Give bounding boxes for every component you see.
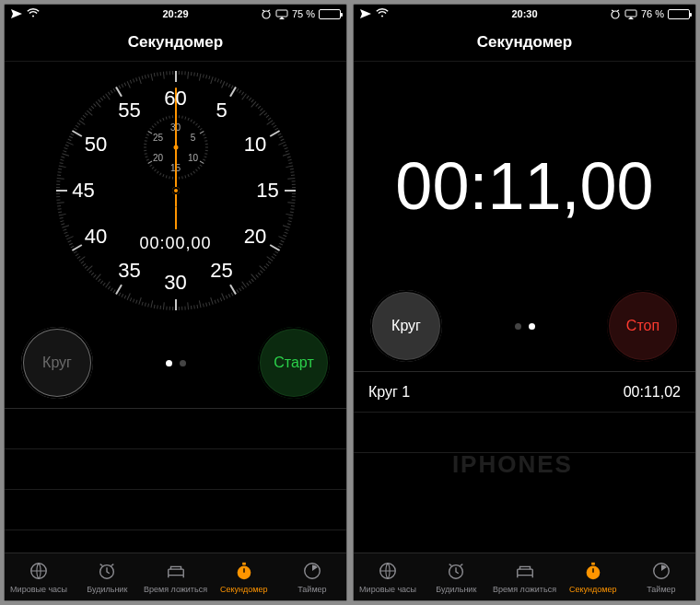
tick	[102, 283, 105, 286]
page-title: Секундомер	[354, 23, 695, 62]
tick	[64, 235, 68, 237]
battery-icon	[668, 9, 690, 19]
tick	[60, 159, 64, 161]
controls-row: Круг Старт	[5, 320, 346, 408]
tick	[181, 307, 182, 310]
tick	[112, 88, 115, 92]
tick	[225, 82, 228, 86]
tick	[58, 211, 62, 213]
tick	[57, 175, 61, 177]
stop-button[interactable]: Стоп	[607, 290, 679, 362]
tick	[277, 134, 281, 136]
page-title: Секундомер	[5, 23, 346, 62]
subdial-number: 20	[153, 153, 163, 163]
subdial-number: 10	[188, 153, 198, 163]
battery-icon	[319, 9, 341, 19]
tick	[267, 117, 271, 120]
tick	[230, 292, 233, 296]
laps-list[interactable]: . . .	[5, 408, 346, 530]
tick	[60, 220, 64, 222]
tick	[279, 136, 283, 139]
tick	[205, 75, 207, 78]
lap-row[interactable]: Круг 1 00:11,02	[354, 372, 695, 413]
page-indicator[interactable]	[515, 323, 535, 330]
bed-icon	[514, 561, 536, 583]
wifi-icon	[376, 8, 389, 19]
tick	[267, 261, 271, 263]
tick	[193, 305, 195, 308]
tick	[63, 150, 66, 152]
lap-button[interactable]: Круг	[370, 290, 442, 362]
tab-alarm[interactable]: Будильник	[73, 561, 141, 594]
tick	[239, 90, 241, 94]
tick	[93, 103, 96, 107]
tab-world-clock[interactable]: Мировые часы	[354, 561, 422, 594]
alarm-clock-icon	[445, 561, 467, 583]
svg-point-13	[586, 565, 600, 579]
tick	[135, 300, 137, 304]
tick	[282, 225, 289, 227]
tick	[289, 211, 293, 213]
tick	[283, 145, 286, 146]
tick	[84, 265, 88, 268]
face-number: 50	[85, 133, 107, 157]
subdial-number: 5	[191, 133, 196, 143]
tick	[132, 78, 134, 82]
tick	[248, 281, 251, 285]
tick	[61, 157, 64, 158]
tick	[162, 302, 164, 309]
stopwatch-icon	[233, 561, 255, 583]
svg-rect-6	[242, 562, 246, 564]
tab-timer[interactable]: Таймер	[278, 561, 346, 594]
tick	[62, 225, 69, 227]
tick	[255, 274, 258, 278]
tab-world-clock[interactable]: Мировые часы	[5, 561, 73, 594]
globe-icon	[377, 561, 399, 583]
tick	[123, 82, 126, 86]
stopwatch-analog-face[interactable]: 30510152025 00:00,00 6051015202530354045…	[5, 62, 346, 320]
tick	[66, 236, 74, 239]
tick	[67, 139, 71, 142]
tick	[162, 72, 164, 79]
page-indicator[interactable]	[166, 360, 186, 366]
alarm-icon	[610, 8, 621, 19]
tick	[278, 236, 286, 239]
tick	[239, 287, 241, 291]
start-button[interactable]: Старт	[258, 327, 330, 399]
laps-list[interactable]: Круг 1 00:11,02 .	[354, 371, 695, 453]
tick	[150, 300, 153, 308]
tick	[196, 305, 198, 308]
tab-label: Таймер	[298, 585, 326, 594]
tick	[56, 190, 67, 192]
tick	[285, 190, 296, 192]
tick	[107, 286, 110, 290]
tab-timer[interactable]: Таймер	[627, 561, 695, 594]
tick	[273, 253, 276, 256]
tick	[159, 306, 161, 309]
tick	[240, 92, 243, 96]
tab-stopwatch[interactable]: Секундомер	[559, 561, 627, 594]
tab-stopwatch[interactable]: Секундомер	[210, 561, 278, 594]
tick	[286, 157, 290, 158]
tick	[286, 223, 290, 225]
tab-bedtime[interactable]: Время ложиться	[490, 561, 558, 594]
stopwatch-digital-time[interactable]: 00:11,00	[354, 62, 695, 283]
lap-row-empty: .	[5, 449, 346, 490]
tick	[123, 296, 126, 299]
tab-alarm[interactable]: Будильник	[422, 561, 490, 594]
face-number: 20	[244, 225, 266, 249]
face-number: 40	[85, 225, 107, 249]
lap-button[interactable]: Круг	[21, 327, 93, 399]
subdial-number: 25	[153, 133, 163, 143]
tick	[73, 250, 76, 253]
tick	[290, 175, 294, 177]
tick	[271, 256, 274, 259]
battery-pct-label: 75 %	[292, 8, 315, 19]
tick	[284, 232, 287, 234]
tab-bedtime[interactable]: Время ложиться	[141, 561, 209, 594]
tick	[169, 71, 169, 75]
tick	[147, 74, 149, 77]
tick	[59, 162, 63, 164]
hand-hub	[172, 187, 180, 194]
tab-bar: Мировые часы Будильник Время ложиться Се…	[5, 553, 346, 600]
